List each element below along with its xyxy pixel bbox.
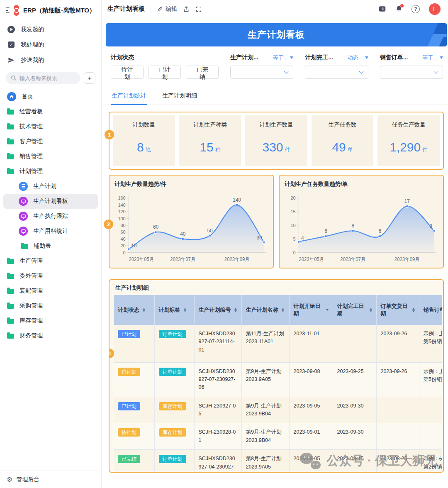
plan-finish-select[interactable] xyxy=(305,66,368,79)
sidebar-item-production-mgmt[interactable]: 生产管理 xyxy=(3,254,98,268)
filter-planned-button[interactable]: 已计划 xyxy=(149,66,181,79)
tag-badge: 订单计划 xyxy=(159,368,186,376)
sidebar-item-plan-mgmt[interactable]: 计划管理 xyxy=(3,164,98,179)
triangle-down-icon xyxy=(365,56,368,59)
svg-text:2023年09月: 2023年09月 xyxy=(224,256,250,262)
dashboard-icon xyxy=(19,227,28,236)
svg-text:120: 120 xyxy=(118,209,125,214)
search-input[interactable] xyxy=(19,75,73,81)
nav-my-initiated[interactable]: 我发起的 xyxy=(0,22,101,37)
col-start-date[interactable]: 计划开始日期 xyxy=(289,295,333,325)
pencil-icon xyxy=(157,6,163,12)
add-button[interactable]: + xyxy=(84,72,95,84)
folder-icon xyxy=(7,139,14,144)
sidebar-item-production-plan[interactable]: 生产计划 xyxy=(3,179,98,194)
sidebar-item-tech-mgmt[interactable]: 技术管理 xyxy=(3,119,98,134)
table-row[interactable]: 已完结 订单计划 SCJHXSDD230927-04-230927-04 第8月… xyxy=(114,450,442,473)
svg-text:2023年05月: 2023年05月 xyxy=(299,256,324,262)
sidebar-item-production-exec-track[interactable]: 生产执行跟踪 xyxy=(3,209,98,224)
sidebar-item-finance-mgmt[interactable]: 财务管理 xyxy=(3,328,98,343)
sidebar-item-aux-table[interactable]: 辅助表 xyxy=(3,239,98,254)
table-row[interactable]: 待计划 订单计划 SCJHXSDD230927-07-230927-06 第9月… xyxy=(114,362,442,397)
sidebar-item-sales-mgmt[interactable]: 销售管理 xyxy=(3,149,98,164)
share-icon[interactable] xyxy=(183,6,190,12)
chart-production-qty-trend: 计划生产数量趋势/件 0204060801001201401602023年05月… xyxy=(109,175,274,268)
svg-text:40: 40 xyxy=(180,231,185,237)
operator-dropdown[interactable]: 等于... xyxy=(422,54,443,61)
col-sales-order[interactable]: 销售订单 xyxy=(419,295,442,325)
tab-plan-detail[interactable]: 生产计划明细 xyxy=(161,88,198,105)
table-row[interactable]: 待计划 库存计划 SCJH-230928-01 第9月-生产计划 2023.9B… xyxy=(114,423,442,450)
svg-text:30: 30 xyxy=(257,235,262,241)
sidebar-item-home[interactable]: 首页 xyxy=(3,89,98,104)
operator-dropdown[interactable]: 等于... xyxy=(273,54,293,61)
filter-pending-button[interactable]: 待计划 xyxy=(111,66,144,79)
nav-cc-me[interactable]: 抄送我的 xyxy=(0,52,101,68)
sidebar-header: ERP（精细版-离散MTO） xyxy=(0,0,101,19)
search-box[interactable] xyxy=(6,72,80,84)
app-logo-icon[interactable] xyxy=(14,5,19,16)
sort-icon[interactable] xyxy=(412,308,415,312)
filter-sales-order: 销售订单... 等于... xyxy=(380,54,443,79)
fullscreen-icon[interactable] xyxy=(195,6,202,12)
tag-badge: 订单计划 xyxy=(159,330,186,338)
folder-icon xyxy=(7,319,14,324)
sort-icon[interactable] xyxy=(282,308,284,312)
sort-icon[interactable] xyxy=(234,308,237,312)
table-scroll-area[interactable]: 计划状态 计划标签 生产计划编号 生产计划名称 计划开始日期 计划完工日期 订单… xyxy=(114,295,442,473)
panel-toggle-icon[interactable] xyxy=(378,5,386,12)
stat-task-count: 生产任务数 49单 xyxy=(312,115,374,166)
sidebar-item-assembly-mgmt[interactable]: 装配管理 xyxy=(3,283,98,298)
col-plan-name[interactable]: 生产计划名称 xyxy=(241,295,289,325)
col-plan-status[interactable]: 计划状态 xyxy=(114,295,154,325)
charts-section: 2 计划生产数量趋势/件 0204060801001201401602023年0… xyxy=(109,175,444,268)
svg-text:80: 80 xyxy=(121,223,126,228)
svg-text:8: 8 xyxy=(429,223,432,229)
nav-my-todo[interactable]: ✓ 我处理的 xyxy=(0,37,101,52)
folder-icon xyxy=(7,110,14,115)
production-plan-select[interactable] xyxy=(230,66,293,79)
sidebar-item-customer-mgmt[interactable]: 客户管理 xyxy=(3,134,98,149)
folder-icon xyxy=(7,169,14,174)
menu-toggle-icon[interactable] xyxy=(6,7,10,13)
sort-desc-icon[interactable] xyxy=(326,309,329,311)
col-plan-tag[interactable]: 计划标签 xyxy=(154,295,194,325)
notifications-bell-icon[interactable] xyxy=(395,5,402,12)
svg-text:8: 8 xyxy=(352,223,355,229)
sidebar-item-purchase-mgmt[interactable]: 采购管理 xyxy=(3,298,98,313)
sort-icon[interactable] xyxy=(370,308,372,312)
folder-icon xyxy=(7,334,14,339)
help-icon[interactable]: ? xyxy=(411,5,420,13)
sidebar-item-production-plan-board[interactable]: 生产计划看板 xyxy=(3,194,98,209)
col-finish-date[interactable]: 计划完工日期 xyxy=(333,295,376,325)
sidebar-menu: 首页 经营看板 技术管理 客户管理 销售管理 计划管理 生产计划 生产计划看板 … xyxy=(0,88,101,471)
operator-dropdown[interactable]: 动态... xyxy=(348,54,368,61)
stat-plan-variety: 计划生产种类 15种 xyxy=(179,115,241,166)
sidebar-item-inventory-mgmt[interactable]: 库存管理 xyxy=(3,313,98,328)
col-plan-code[interactable]: 生产计划编号 xyxy=(194,295,241,325)
sidebar-item-outsourcing-mgmt[interactable]: 委外管理 xyxy=(3,268,98,283)
folder-icon xyxy=(7,304,14,309)
sort-icon[interactable] xyxy=(184,308,186,312)
sidebar-item-production-material-stats[interactable]: 生产用料统计 xyxy=(3,224,98,239)
home-icon xyxy=(7,92,16,101)
sidebar-item-business-board[interactable]: 经营看板 xyxy=(3,104,98,119)
topbar: 生产计划看板 编辑 ? L xyxy=(102,0,448,18)
table-row[interactable]: 已计划 库存计划 SCJH-230927-05 第9月-生产计划 2023.9B… xyxy=(114,397,442,423)
table-row[interactable]: 已计划 订单计划 SCJHXSDD230927-07-231114-01 第11… xyxy=(114,325,442,362)
quick-nav: 我发起的 ✓ 我处理的 抄送我的 xyxy=(0,19,101,68)
line-chart: 0204060801001201401602023年05月2023年07月202… xyxy=(114,189,269,264)
section-marker-1: 1 xyxy=(105,130,114,139)
col-delivery-date[interactable]: 订单交货日期 xyxy=(376,295,419,325)
admin-console-link[interactable]: ⚙ 管理后台 xyxy=(0,471,101,488)
sales-order-select[interactable] xyxy=(380,66,443,79)
filter-finished-button[interactable]: 已完结 xyxy=(186,66,219,79)
status-badge: 待计划 xyxy=(118,428,140,437)
gear-icon: ⚙ xyxy=(7,476,12,483)
avatar[interactable]: L xyxy=(429,3,441,15)
edit-button[interactable]: 编辑 xyxy=(157,5,177,13)
svg-text:50: 50 xyxy=(207,227,212,233)
status-badge: 已计划 xyxy=(118,330,140,338)
tab-plan-statistics[interactable]: 生产计划统计 xyxy=(111,88,147,105)
sort-icon[interactable] xyxy=(143,308,145,312)
